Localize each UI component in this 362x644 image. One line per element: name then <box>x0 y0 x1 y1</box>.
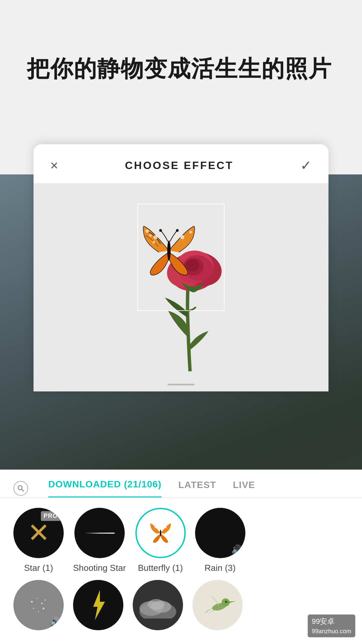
effect-rain-circle: 🔊 <box>195 508 245 558</box>
effect-butterfly-circle <box>135 508 186 558</box>
svg-point-35 <box>225 601 227 603</box>
effect-star-label: Star (1) <box>24 563 53 573</box>
svg-point-15 <box>189 231 192 233</box>
svg-point-13 <box>154 235 158 239</box>
svg-point-17 <box>18 486 22 490</box>
pro-badge: PRO <box>41 511 60 521</box>
svg-line-18 <box>22 489 24 491</box>
tab-live[interactable]: LIVE <box>233 480 255 497</box>
svg-point-25 <box>33 608 34 609</box>
svg-point-24 <box>41 603 43 604</box>
flower-illustration <box>34 183 328 391</box>
effect-bird-circle <box>192 580 243 630</box>
effect-dust-circle: 🔊 <box>13 580 64 630</box>
watermark: 99安卓 99anzhuo.com <box>308 614 355 637</box>
effect-dust[interactable]: 🔊 <box>13 580 64 635</box>
scroll-indicator <box>168 384 194 385</box>
modal-card: × CHOOSE EFFECT ✓ <box>34 144 328 391</box>
effect-shooting-star-circle <box>74 508 125 558</box>
close-button[interactable]: × <box>50 158 58 173</box>
effect-cloud-circle <box>133 580 183 630</box>
svg-point-32 <box>148 599 165 610</box>
effect-rain[interactable]: 🔊 Rain (3) <box>195 508 245 573</box>
effect-rain-label: Rain (3) <box>204 563 235 573</box>
svg-point-23 <box>36 598 38 599</box>
modal-header: × CHOOSE EFFECT ✓ <box>34 144 328 183</box>
svg-point-16 <box>153 241 155 244</box>
svg-point-36 <box>226 601 227 602</box>
svg-point-27 <box>38 611 39 612</box>
svg-point-28 <box>45 599 46 601</box>
effect-shooting-star-label: Shooting Star <box>73 563 126 573</box>
effect-butterfly-label: Butterfly (1) <box>138 563 183 573</box>
watermark-text: 99安卓 <box>312 617 335 626</box>
photo-area <box>34 183 328 391</box>
effect-cloud[interactable] <box>133 580 183 635</box>
effect-star[interactable]: ✕ PRO Star (1) <box>13 508 64 573</box>
tab-bar: DOWNLOADED (21/106) LATEST LIVE <box>0 470 362 498</box>
cloud-icon <box>138 592 178 619</box>
watermark-url: 99anzhuo.com <box>312 628 351 635</box>
effect-lightning-circle <box>73 580 123 630</box>
svg-point-9 <box>149 234 152 237</box>
svg-point-11 <box>159 229 162 232</box>
svg-point-19 <box>160 530 161 536</box>
search-icon <box>13 481 28 496</box>
main-title: 把你的静物变成活生生的照片 <box>27 54 335 83</box>
butterfly-effect-icon <box>147 520 174 546</box>
dust-icon <box>25 592 52 619</box>
svg-point-8 <box>145 229 149 233</box>
lightning-icon <box>88 588 108 622</box>
svg-point-12 <box>176 229 179 232</box>
modal-title: CHOOSE EFFECT <box>125 159 234 172</box>
tab-downloaded[interactable]: DOWNLOADED (21/106) <box>48 479 162 497</box>
effects-row-1: ✕ PRO Star (1) Shooting Star <box>0 498 362 580</box>
bird-icon <box>197 588 238 622</box>
sound-icon: 🔊 <box>231 544 242 555</box>
svg-point-20 <box>154 527 156 529</box>
effect-star-circle: ✕ PRO <box>13 508 64 558</box>
effect-bird[interactable] <box>192 580 243 635</box>
effect-lightning[interactable] <box>73 580 123 635</box>
tab-latest[interactable]: LATEST <box>178 480 216 497</box>
effect-butterfly[interactable]: Butterfly (1) <box>135 508 186 573</box>
check-button[interactable]: ✓ <box>300 158 312 173</box>
svg-point-26 <box>43 607 45 609</box>
butterfly-image <box>139 217 199 284</box>
title-area: 把你的静物变成活生生的照片 <box>27 54 335 83</box>
svg-point-22 <box>31 601 33 603</box>
star-icon: ✕ <box>27 520 50 546</box>
dust-sound-icon: 🔊 <box>50 616 60 627</box>
svg-point-21 <box>165 527 167 529</box>
effect-shooting-star[interactable]: Shooting Star <box>73 508 126 573</box>
search-button[interactable] <box>13 481 28 496</box>
svg-point-14 <box>180 235 184 239</box>
svg-point-10 <box>167 240 171 261</box>
shooting-star-icon <box>84 533 115 534</box>
